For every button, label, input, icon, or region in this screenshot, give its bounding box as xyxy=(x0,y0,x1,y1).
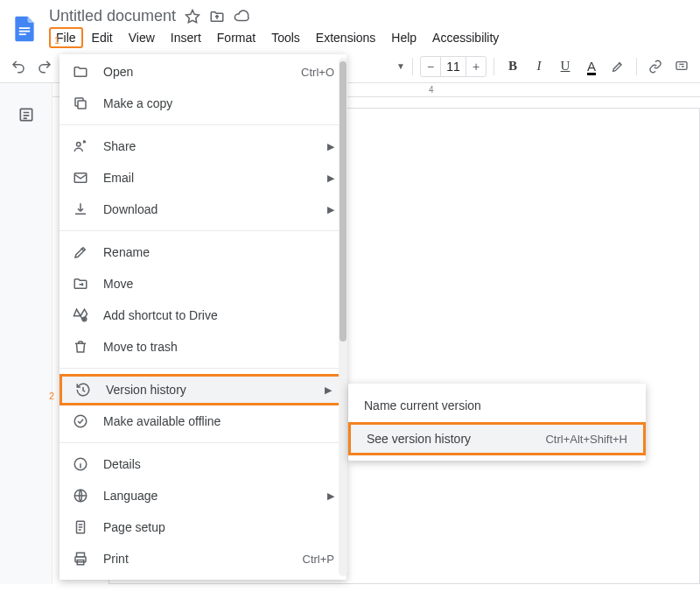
menu-item-email[interactable]: Email ▶ xyxy=(60,162,346,194)
menu-item-trash[interactable]: Move to trash xyxy=(60,331,346,363)
menu-label: Make a copy xyxy=(103,96,334,110)
ruler-mark: 4 xyxy=(429,85,434,95)
font-size-control[interactable]: − 11 + xyxy=(420,56,486,77)
menu-item-page-setup[interactable]: Page setup xyxy=(60,511,346,543)
svg-rect-0 xyxy=(19,27,30,29)
left-gutter xyxy=(0,83,52,584)
menu-label: Version history xyxy=(106,383,311,397)
info-icon xyxy=(72,456,89,472)
chevron-down-icon[interactable]: ▼ xyxy=(396,61,405,71)
drive-shortcut-icon xyxy=(72,307,89,323)
menu-format[interactable]: Format xyxy=(210,27,262,48)
menu-label: Language xyxy=(103,489,313,503)
redo-button[interactable] xyxy=(33,55,56,78)
menu-label: Email xyxy=(103,171,313,185)
menu-help[interactable]: Help xyxy=(384,27,424,48)
globe-icon xyxy=(72,488,89,504)
star-icon[interactable] xyxy=(185,9,200,25)
menu-label: Print xyxy=(103,552,289,566)
menu-label: Make available offline xyxy=(103,414,334,428)
menu-item-download[interactable]: Download ▶ xyxy=(60,194,346,225)
version-history-submenu: Name current version See version history… xyxy=(348,384,646,461)
document-title[interactable]: Untitled document xyxy=(49,7,176,25)
menu-edit[interactable]: Edit xyxy=(85,27,120,48)
chevron-right-icon: ▶ xyxy=(327,173,334,184)
submenu-see-history[interactable]: See version history Ctrl+Alt+Shift+H xyxy=(348,422,646,455)
text-color-button[interactable]: A xyxy=(580,55,603,78)
menu-item-add-shortcut[interactable]: Add shortcut to Drive xyxy=(60,300,346,331)
menu-item-open[interactable]: Open Ctrl+O xyxy=(60,56,346,88)
menu-item-offline[interactable]: Make available offline xyxy=(60,405,346,437)
menu-tools[interactable]: Tools xyxy=(264,27,307,48)
menu-item-language[interactable]: Language ▶ xyxy=(60,480,346,511)
page-setup-icon xyxy=(72,519,89,535)
svg-rect-3 xyxy=(676,61,687,69)
menu-separator xyxy=(60,230,346,231)
menu-item-make-copy[interactable]: Make a copy xyxy=(60,88,346,119)
menu-label: Share xyxy=(103,139,313,153)
chevron-right-icon: ▶ xyxy=(327,141,334,152)
menu-label: Rename xyxy=(103,245,334,259)
file-menu: Open Ctrl+O Make a copy Share ▶ Email ▶ … xyxy=(60,54,346,580)
move-icon xyxy=(72,276,89,292)
menu-label: Name current version xyxy=(364,398,630,412)
menu-scrollbar[interactable] xyxy=(339,58,347,576)
font-size-plus[interactable]: + xyxy=(466,57,486,76)
menu-label: Download xyxy=(103,202,313,216)
svg-point-9 xyxy=(74,415,87,427)
menu-label: Add shortcut to Drive xyxy=(103,308,334,322)
rename-icon xyxy=(72,244,89,260)
svg-point-6 xyxy=(77,143,81,147)
menu-view[interactable]: View xyxy=(122,27,162,48)
comment-button[interactable] xyxy=(670,55,693,78)
menu-separator xyxy=(60,124,346,125)
svg-rect-2 xyxy=(19,33,26,35)
move-folder-icon[interactable] xyxy=(209,9,225,25)
bold-button[interactable]: B xyxy=(501,55,524,78)
menu-item-print[interactable]: Print Ctrl+P xyxy=(60,543,346,574)
annotation-2: 2 xyxy=(49,391,54,401)
menu-label: Move xyxy=(103,277,334,291)
italic-button[interactable]: I xyxy=(528,55,550,78)
menu-separator xyxy=(60,442,346,443)
menu-insert[interactable]: Insert xyxy=(164,27,208,48)
trash-icon xyxy=(72,339,89,355)
menubar: File Edit View Insert Format Tools Exten… xyxy=(49,27,506,50)
chevron-right-icon: ▶ xyxy=(327,204,334,215)
highlight-button[interactable] xyxy=(606,55,629,78)
download-icon xyxy=(72,201,89,217)
menu-item-rename[interactable]: Rename xyxy=(60,236,346,268)
undo-button[interactable] xyxy=(7,55,30,78)
cloud-status-icon[interactable] xyxy=(234,9,249,25)
menu-shortcut: Ctrl+O xyxy=(301,66,334,79)
menu-separator xyxy=(60,368,346,369)
font-size-value[interactable]: 11 xyxy=(440,57,466,76)
link-button[interactable] xyxy=(644,55,667,78)
docs-logo[interactable] xyxy=(9,13,40,45)
folder-icon xyxy=(72,64,89,80)
menu-label: Page setup xyxy=(103,520,334,534)
annotation-1: 1 xyxy=(54,35,60,46)
svg-rect-1 xyxy=(19,30,30,32)
menu-shortcut: Ctrl+Alt+Shift+H xyxy=(545,433,627,446)
menu-extensions[interactable]: Extensions xyxy=(309,27,382,48)
menu-item-share[interactable]: Share ▶ xyxy=(60,130,346,162)
menu-item-move[interactable]: Move xyxy=(60,268,346,300)
menu-label: See version history xyxy=(367,432,531,446)
titlebar: Untitled document File Edit View Insert … xyxy=(0,0,700,50)
outline-icon[interactable] xyxy=(18,106,35,584)
chevron-right-icon: ▶ xyxy=(325,384,332,396)
font-size-minus[interactable]: − xyxy=(421,57,440,76)
submenu-name-current[interactable]: Name current version xyxy=(348,389,646,422)
menu-label: Details xyxy=(103,457,334,471)
menu-item-details[interactable]: Details xyxy=(60,448,346,480)
print-icon xyxy=(72,551,89,567)
underline-button[interactable]: U xyxy=(554,55,577,78)
menu-label: Move to trash xyxy=(103,340,334,354)
offline-icon xyxy=(72,413,89,429)
share-icon xyxy=(72,138,89,154)
menu-item-version-history[interactable]: Version history ▶ xyxy=(60,374,346,405)
menu-accessibility[interactable]: Accessibility xyxy=(425,27,506,48)
chevron-right-icon: ▶ xyxy=(327,490,334,502)
history-icon xyxy=(74,382,92,398)
